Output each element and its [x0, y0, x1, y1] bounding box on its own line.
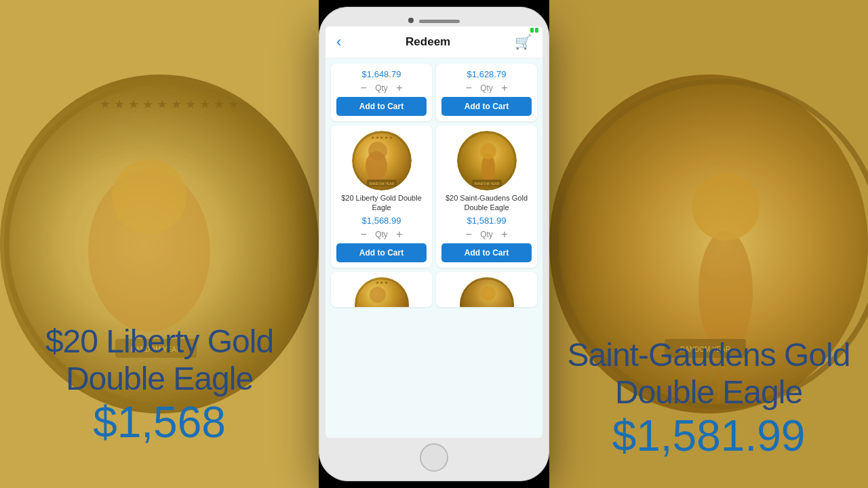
- qty-minus-stgaudens[interactable]: −: [462, 228, 475, 241]
- qty-label-top-left: Qty: [375, 83, 388, 93]
- partial-coin-left: ★ ★ ★: [355, 277, 409, 307]
- svg-point-7: [698, 230, 753, 352]
- phone-frame: ‹ Redeem 🛒 $1,648.79 − Qty + Add to Cart: [319, 7, 549, 481]
- qty-plus-stgaudens[interactable]: +: [498, 228, 511, 241]
- qty-label-stgaudens: Qty: [480, 230, 493, 239]
- qty-row-stgaudens: − Qty +: [462, 228, 511, 241]
- qty-plus-liberty[interactable]: +: [393, 228, 406, 241]
- product-name-liberty: $20 Liberty Gold Double Eagle: [336, 193, 427, 213]
- front-camera: [408, 18, 414, 23]
- add-to-cart-top-left[interactable]: Add to Cart: [336, 97, 427, 116]
- bg-left-title: $20 Liberty Gold Double Eagle: [0, 323, 319, 397]
- product-price-stgaudens: $1,581.99: [467, 216, 507, 226]
- coin-image-stgaudens: RANDOM YEAR: [457, 131, 517, 190]
- svg-point-3: [112, 159, 186, 234]
- qty-row-liberty: − Qty +: [357, 228, 406, 241]
- qty-plus-top-right[interactable]: +: [498, 82, 511, 94]
- bg-right-price: $1,581.99: [549, 411, 868, 461]
- svg-point-16: [366, 151, 387, 181]
- add-to-cart-top-right[interactable]: Add to Cart: [441, 97, 532, 116]
- app-header: ‹ Redeem 🛒: [326, 26, 542, 58]
- svg-text:★ ★ ★ ★ ★: ★ ★ ★ ★ ★: [371, 136, 393, 140]
- bg-right-panel: RANDOM YEAR Saint-Gaudens Gold Double Ea…: [549, 0, 868, 488]
- qty-row-top-right: − Qty +: [462, 82, 511, 94]
- add-to-cart-stgaudens[interactable]: Add to Cart: [441, 243, 532, 262]
- product-card-liberty: ★ ★ ★ ★ ★ RANDOM YEAR $20 Liberty Gold D…: [331, 125, 432, 268]
- cart-button[interactable]: 🛒: [515, 34, 532, 50]
- product-card-stgaudens: RANDOM YEAR $20 Saint-Gaudens Gold Doubl…: [436, 125, 537, 268]
- phone-bottom: [326, 438, 542, 474]
- bg-text-right: Saint-Gaudens Gold Double Eagle $1,581.9…: [549, 336, 868, 461]
- phone-top-bar: [326, 14, 542, 26]
- product-card-top-left: $1,648.79 − Qty + Add to Cart: [331, 64, 432, 121]
- product-price-top-right: $1,628.79: [467, 69, 507, 79]
- svg-point-8: [692, 173, 760, 241]
- page-title: Redeem: [406, 35, 450, 49]
- add-to-cart-liberty[interactable]: Add to Cart: [336, 243, 427, 262]
- svg-text:★ ★ ★ ★ ★ ★ ★ ★ ★ ★: ★ ★ ★ ★ ★ ★ ★ ★ ★ ★: [100, 98, 239, 111]
- qty-minus-top-left[interactable]: −: [357, 82, 370, 94]
- bg-left-price: $1,568: [0, 397, 319, 447]
- qty-label-top-right: Qty: [480, 83, 493, 93]
- bg-left-panel: ★ ★ ★ ★ ★ ★ ★ ★ ★ ★ RANDOM YEAR $20 Libe…: [0, 0, 319, 488]
- home-button[interactable]: [420, 443, 448, 472]
- product-card-top-right: $1,628.79 − Qty + Add to Cart: [436, 64, 537, 121]
- product-list: $1,648.79 − Qty + Add to Cart $1,628.79 …: [326, 58, 542, 438]
- coin-image-liberty: ★ ★ ★ ★ ★ RANDOM YEAR: [352, 131, 412, 190]
- partial-card-left: ★ ★ ★: [331, 272, 432, 307]
- product-price-top-left: $1,648.79: [362, 69, 401, 79]
- svg-point-29: [370, 287, 386, 303]
- partial-card-right: [436, 272, 537, 307]
- mid-product-row: ★ ★ ★ ★ ★ RANDOM YEAR $20 Liberty Gold D…: [331, 125, 537, 268]
- bottom-partial-row: ★ ★ ★: [331, 272, 537, 307]
- svg-text:RANDOM YEAR: RANDOM YEAR: [369, 182, 395, 186]
- battery-indicator: [530, 28, 538, 33]
- qty-label-liberty: Qty: [375, 230, 388, 239]
- qty-plus-top-left[interactable]: +: [393, 82, 406, 94]
- back-button[interactable]: ‹: [336, 33, 341, 51]
- qty-minus-top-right[interactable]: −: [462, 82, 475, 94]
- svg-point-22: [480, 143, 496, 159]
- product-price-liberty: $1,568.99: [362, 216, 401, 226]
- product-name-stgaudens: $20 Saint-Gaudens Gold Double Eagle: [441, 193, 532, 213]
- bg-text-left: $20 Liberty Gold Double Eagle $1,568: [0, 323, 319, 447]
- svg-text:★ ★ ★: ★ ★ ★: [375, 281, 387, 285]
- partial-coin-right: [460, 277, 514, 307]
- speaker-grille: [419, 20, 460, 23]
- svg-text:RANDOM YEAR: RANDOM YEAR: [474, 182, 500, 186]
- qty-minus-liberty[interactable]: −: [357, 228, 370, 241]
- top-product-row: $1,648.79 − Qty + Add to Cart $1,628.79 …: [331, 64, 537, 121]
- phone-screen: ‹ Redeem 🛒 $1,648.79 − Qty + Add to Cart: [326, 26, 542, 438]
- bg-right-title: Saint-Gaudens Gold Double Eagle: [549, 336, 868, 411]
- qty-row-top-left: − Qty +: [357, 82, 406, 94]
- svg-point-32: [481, 286, 496, 301]
